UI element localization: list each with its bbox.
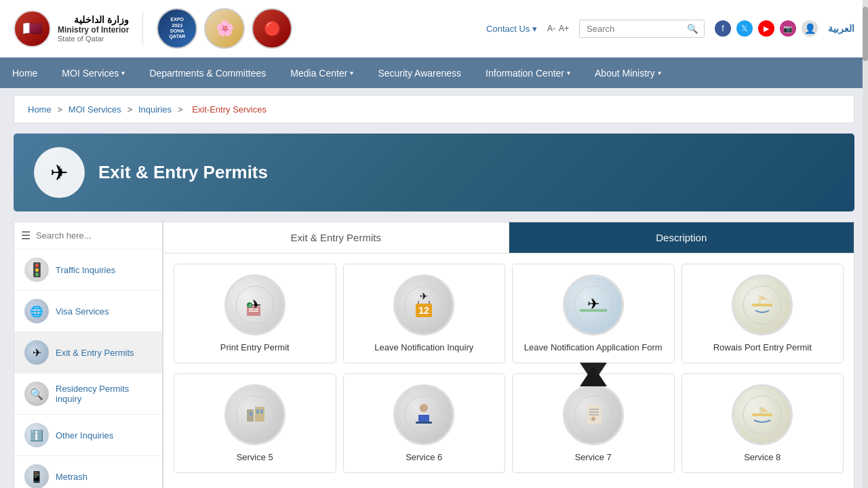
user-icon[interactable]: 👤 xyxy=(802,20,818,37)
card-service5[interactable]: Service 5 xyxy=(174,373,336,473)
card-label-service6: Service 6 xyxy=(406,452,442,462)
card-leave-form[interactable]: ✈ Leave Notification Application Form xyxy=(512,264,675,363)
breadcrumb-sep1: > xyxy=(58,104,65,115)
tab-description[interactable]: Description xyxy=(509,222,854,253)
logo-flag: 🇶🇦 xyxy=(14,10,51,47)
card-service7[interactable]: Service 7 xyxy=(512,373,675,473)
card-print-entry[interactable]: ✈ ↺ Print Entry Permit xyxy=(174,264,336,363)
sidebar-item-exit[interactable]: ✈ Exit & Entry Permits xyxy=(14,332,162,373)
banner-plane-icon: ✈ xyxy=(50,160,68,186)
sidebar-label-metrash: Metrash xyxy=(56,472,87,482)
sidebar: ☰ 🚦 Traffic Inquiries 🌐 Visa Services ✈ … xyxy=(14,222,163,488)
sidebar-label-residency: Residency Permits inquiry xyxy=(56,384,152,404)
nav-item-about[interactable]: About Ministry ▾ xyxy=(583,58,673,88)
sidebar-item-residency[interactable]: 🔍 Residency Permits inquiry xyxy=(14,373,162,415)
nav-item-home[interactable]: Home xyxy=(0,58,50,88)
banner-title: Exit & Entry Permits xyxy=(98,162,268,183)
info-arrow-icon: ▾ xyxy=(567,69,570,77)
svg-point-27 xyxy=(420,404,428,412)
hamburger-icon[interactable]: ☰ xyxy=(21,229,31,242)
logo-english-line1: Ministry of Interior xyxy=(58,25,129,35)
card-label-leave-form: Leave Notification Application Form xyxy=(524,342,663,352)
breadcrumb-inquiries[interactable]: Inquiries xyxy=(138,104,172,115)
card-leave-inquiry[interactable]: ✈ 12 Leave Notification Inquiry xyxy=(343,264,506,363)
breadcrumb: Home > MOI Services > Inquiries > Exit-E… xyxy=(14,95,854,123)
facebook-icon[interactable]: f xyxy=(715,20,731,37)
expo-logo: EXPO2023DOHAQATAR xyxy=(157,8,197,49)
page-banner: ✈ Exit & Entry Permits xyxy=(14,134,854,211)
card-icon-print-entry: ✈ ↺ xyxy=(224,274,285,336)
card-icon-rowais xyxy=(732,274,793,336)
font-controls: A- A+ xyxy=(547,24,569,33)
main-content: ☰ 🚦 Traffic Inquiries 🌐 Visa Services ✈ … xyxy=(14,222,854,488)
svg-text:✈: ✈ xyxy=(420,291,428,302)
sidebar-label-traffic: Traffic Inquiries xyxy=(56,265,115,275)
svg-rect-37 xyxy=(752,413,772,416)
qatar-logo: 🔴 xyxy=(252,8,292,49)
card-service8[interactable]: Service 8 xyxy=(682,373,844,473)
sidebar-item-visa[interactable]: 🌐 Visa Services xyxy=(14,291,162,332)
nav-item-security[interactable]: Security Awareness xyxy=(366,58,473,88)
twitter-icon[interactable]: 𝕏 xyxy=(736,20,753,37)
card-label-service8: Service 8 xyxy=(744,452,781,462)
card-icon-service5 xyxy=(224,384,285,445)
sidebar-label-visa: Visa Services xyxy=(56,306,109,317)
svg-marker-39 xyxy=(762,407,769,412)
svg-text:↺: ↺ xyxy=(248,304,251,308)
card-label-leave-inquiry: Leave Notification Inquiry xyxy=(374,342,473,352)
residency-icon: 🔍 xyxy=(24,382,49,406)
scrollbar-thumb[interactable] xyxy=(863,7,868,61)
sidebar-search-input[interactable] xyxy=(36,230,155,241)
header-right: Contact Us A- A+ 🔍 f 𝕏 ▶ 📷 👤 العربية xyxy=(486,20,854,38)
sidebar-item-other[interactable]: ℹ️ Other Inquiries xyxy=(14,415,162,456)
logo-text: وزارة الداخلية Ministry of Interior Stat… xyxy=(58,14,129,43)
card-service6[interactable]: Service 6 xyxy=(343,373,506,473)
breadcrumb-home[interactable]: Home xyxy=(28,104,52,115)
svg-rect-25 xyxy=(260,409,263,413)
search-box[interactable]: 🔍 xyxy=(579,20,705,38)
card-icon-leave-inquiry: ✈ 12 xyxy=(393,274,454,336)
svg-rect-22 xyxy=(255,407,264,422)
svg-rect-18 xyxy=(758,296,761,304)
font-larger-btn[interactable]: A+ xyxy=(559,24,569,33)
svg-rect-29 xyxy=(416,422,432,424)
banner-icon: ✈ xyxy=(34,147,85,198)
youtube-icon[interactable]: ▶ xyxy=(758,20,774,37)
sidebar-item-metrash[interactable]: 📱 Metrash xyxy=(14,456,162,488)
card-label-rowais: Rowais Port Entry Permit xyxy=(713,342,812,352)
exit-icon: ✈ xyxy=(24,340,49,365)
search-submit-btn[interactable]: 🔍 xyxy=(682,20,704,37)
nav-item-moi[interactable]: MOI Services ▾ xyxy=(50,58,137,88)
metrash-icon: 📱 xyxy=(24,464,49,488)
card-icon-service6 xyxy=(393,384,454,445)
breadcrumb-sep3: > xyxy=(178,104,185,115)
logo-english-line2: State of Qatar xyxy=(58,35,129,43)
sidebar-item-traffic[interactable]: 🚦 Traffic Inquiries xyxy=(14,249,162,291)
divider xyxy=(142,12,143,45)
instagram-icon[interactable]: 📷 xyxy=(780,20,796,37)
nav-item-departments[interactable]: Departments & Committees xyxy=(137,58,278,88)
nav-item-info[interactable]: Information Center ▾ xyxy=(473,58,583,88)
scrollbar[interactable] xyxy=(863,0,868,488)
logo-arabic: وزارة الداخلية xyxy=(58,14,129,25)
sidebar-label-other: Other Inquiries xyxy=(56,430,113,441)
service-tabs: Exit & Entry Permits Description xyxy=(163,222,854,253)
svg-text:12: 12 xyxy=(418,305,429,316)
breadcrumb-sep2: > xyxy=(127,104,135,115)
svg-rect-23 xyxy=(250,412,252,416)
font-smaller-btn[interactable]: A- xyxy=(547,24,555,33)
search-input[interactable] xyxy=(580,20,682,37)
about-arrow-icon: ▾ xyxy=(658,69,661,77)
tab-exit-entry[interactable]: Exit & Entry Permits xyxy=(163,222,509,253)
service-grid: ✈ ↺ Print Entry Permit ✈ xyxy=(163,253,854,373)
nav-bar: Home MOI Services ▾ Departments & Commit… xyxy=(0,58,868,88)
breadcrumb-moi[interactable]: MOI Services xyxy=(68,104,121,115)
language-btn[interactable]: العربية xyxy=(828,23,854,34)
contact-us-link[interactable]: Contact Us xyxy=(486,24,537,34)
traffic-icon: 🚦 xyxy=(24,258,49,282)
flower-logo: 🌸 xyxy=(204,8,245,49)
breadcrumb-current: Exit-Entry Services xyxy=(192,104,267,115)
card-rowais[interactable]: Rowais Port Entry Permit xyxy=(682,264,844,363)
nav-item-media[interactable]: Media Center ▾ xyxy=(278,58,366,88)
service-grid-row2: Service 5 Service 6 xyxy=(163,373,854,483)
